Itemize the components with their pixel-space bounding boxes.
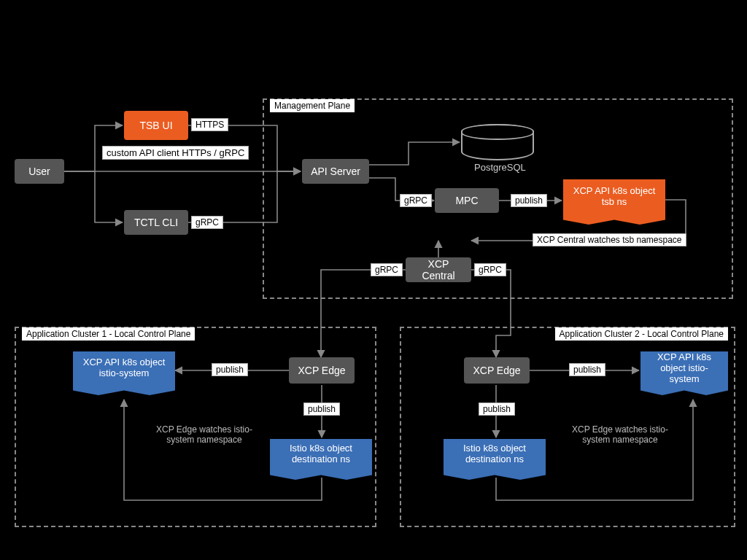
grpc-edge-label-central-right: gRPC: [474, 263, 506, 276]
publish-edge-label-c1a: publish: [212, 363, 248, 376]
xcp-api-istio-doc-1: XCP API k8s object istio-system: [73, 351, 175, 389]
watch-tsb-edge-label: XCP Central watches tsb namespace: [533, 233, 686, 246]
publish-edge-label-c2b: publish: [479, 402, 515, 416]
publish-edge-label-mpc: publish: [511, 194, 547, 207]
api-server-node: API Server: [302, 159, 369, 184]
postgresql-label: PostgreSQL: [474, 162, 526, 173]
xcp-edge-1-node: XCP Edge: [289, 357, 355, 384]
mpc-node: MPC: [435, 188, 499, 213]
xcp-central-node: XCP Central: [406, 257, 471, 282]
app-cluster-1-label: Application Cluster 1 - Local Control Pl…: [22, 327, 195, 341]
postgresql-node: [461, 124, 534, 160]
xcp-api-tsb-doc: XCP API k8s object tsb ns: [563, 179, 665, 219]
watch-istio-note-1: XCP Edge watches istio-system namespace: [146, 424, 263, 445]
tctl-cli-node: TCTL CLI: [124, 210, 188, 235]
user-node: User: [15, 159, 64, 184]
grpc-edge-label-tctl: gRPC: [191, 216, 223, 229]
custom-api-edge-label: custom API client HTTPs / gRPC: [102, 146, 249, 160]
grpc-edge-label-central-left: gRPC: [371, 263, 403, 276]
istio-obj-doc-2: Istio k8s object destination ns: [444, 439, 546, 474]
xcp-edge-2-node: XCP Edge: [464, 357, 530, 384]
tsb-ui-node: TSB UI: [124, 111, 188, 140]
management-plane-label: Management Plane: [270, 99, 355, 112]
app-cluster-2-label: Application Cluster 2 - Local Control Pl…: [555, 327, 728, 341]
watch-istio-note-2: XCP Edge watches istio-system namespace: [562, 424, 678, 445]
https-edge-label: HTTPS: [191, 118, 228, 131]
grpc-edge-label-mpc: gRPC: [400, 194, 432, 207]
publish-edge-label-c2a: publish: [569, 363, 605, 376]
xcp-api-istio-doc-2: XCP API k8s object istio-system: [640, 351, 728, 389]
istio-obj-doc-1: Istio k8s object destination ns: [270, 439, 372, 474]
publish-edge-label-c1b: publish: [303, 402, 340, 416]
